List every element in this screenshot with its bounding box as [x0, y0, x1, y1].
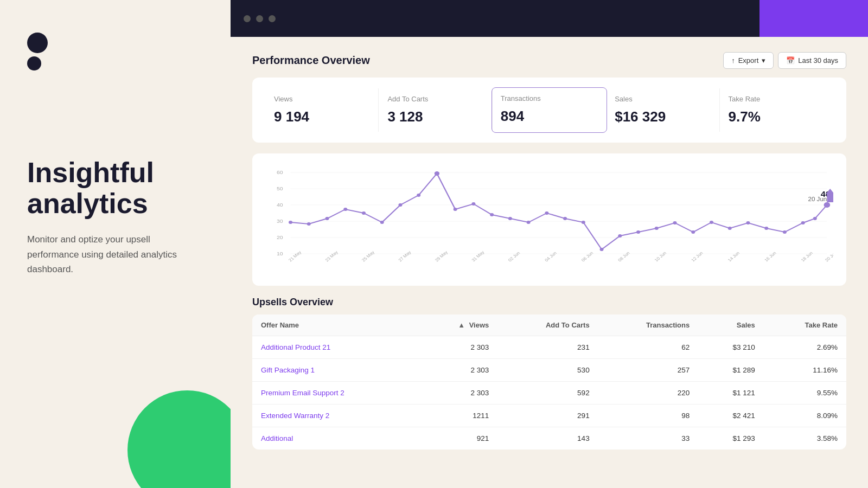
- svg-point-40: [801, 221, 805, 224]
- upsells-table: Offer Name ▲ Views Add To Carts Transact…: [252, 314, 846, 450]
- svg-text:31 May: 31 May: [471, 249, 486, 262]
- cell-offer-name[interactable]: Extended Warranty 2: [252, 404, 418, 427]
- stat-card-views: Views 9 194: [265, 88, 379, 132]
- svg-point-31: [636, 230, 640, 234]
- cell-transactions: 33: [598, 427, 699, 450]
- stats-grid: Views 9 194 Add To Carts 3 128 Transacti…: [265, 88, 833, 132]
- svg-point-17: [380, 221, 384, 224]
- svg-point-26: [545, 211, 548, 215]
- svg-point-12: [289, 221, 292, 224]
- logo-dot-small: [27, 56, 41, 70]
- col-offer-name[interactable]: Offer Name: [252, 314, 418, 336]
- cell-offer-name[interactable]: Additional Product 21: [252, 336, 418, 359]
- svg-text:06 Jun: 06 Jun: [580, 251, 594, 263]
- svg-text:04 Jun: 04 Jun: [544, 251, 558, 263]
- stat-value-add-to-carts: 3 128: [387, 108, 483, 125]
- cell-take-rate: 2.69%: [764, 336, 846, 359]
- table-header-row: Offer Name ▲ Views Add To Carts Transact…: [252, 314, 846, 336]
- svg-point-25: [527, 221, 531, 224]
- svg-point-22: [471, 202, 475, 206]
- svg-point-36: [728, 227, 732, 230]
- svg-point-20: [435, 171, 439, 176]
- table-row: Additional 921 143 33 $1 293 3.58%: [252, 427, 846, 450]
- cell-add-to-carts: 530: [497, 359, 598, 382]
- stat-label-sales: Sales: [615, 95, 710, 103]
- cell-transactions: 98: [598, 404, 699, 427]
- dashboard-content: Performance Overview ↑ Export ▾ 📅 Last 3…: [231, 37, 868, 488]
- export-button[interactable]: ↑ Export ▾: [723, 52, 774, 69]
- svg-point-19: [417, 194, 420, 197]
- window-dot-1: [244, 15, 251, 22]
- stat-value-views: 9 194: [274, 108, 369, 125]
- cell-take-rate: 11.16%: [764, 359, 846, 382]
- date-range-button[interactable]: 📅 Last 30 days: [778, 52, 846, 69]
- svg-point-37: [746, 221, 750, 224]
- cell-sales: $1 289: [698, 359, 764, 382]
- svg-point-29: [600, 248, 604, 251]
- stat-value-sales: $16 329: [615, 108, 710, 125]
- svg-point-42: [824, 202, 831, 208]
- calendar-icon: 📅: [786, 56, 795, 65]
- right-panel: Performance Overview ↑ Export ▾ 📅 Last 3…: [231, 0, 868, 488]
- export-icon: ↑: [731, 56, 735, 65]
- cell-sales: $1 121: [698, 382, 764, 404]
- cell-offer-name[interactable]: Additional: [252, 427, 418, 450]
- top-bar: [231, 0, 868, 37]
- subtext: Monitor and optize your upsell performan…: [27, 232, 190, 277]
- stat-label-transactions: Transactions: [501, 94, 598, 102]
- cell-offer-name[interactable]: Gift Packaging 1: [252, 359, 418, 382]
- cell-take-rate: 3.58%: [764, 427, 846, 450]
- svg-text:08 Jun: 08 Jun: [617, 251, 630, 263]
- svg-text:16 Jun: 16 Jun: [763, 251, 777, 263]
- export-chevron-icon: ▾: [762, 56, 765, 65]
- svg-point-21: [454, 208, 457, 211]
- table-row: Additional Product 21 2 303 231 62 $3 21…: [252, 336, 846, 359]
- svg-text:20 Jun: 20 Jun: [824, 251, 833, 263]
- col-add-to-carts[interactable]: Add To Carts: [497, 314, 598, 336]
- stat-label-add-to-carts: Add To Carts: [387, 95, 483, 103]
- table-row: Premium Email Support 2 2 303 592 220 $1…: [252, 382, 846, 404]
- svg-text:29 May: 29 May: [434, 249, 449, 262]
- stat-card-add-to-carts: Add To Carts 3 128: [379, 88, 492, 132]
- performance-title: Performance Overview: [252, 54, 370, 67]
- svg-point-35: [710, 221, 713, 224]
- svg-point-14: [326, 217, 329, 220]
- svg-text:40: 40: [277, 202, 283, 208]
- svg-point-38: [764, 227, 768, 230]
- col-transactions[interactable]: Transactions: [598, 314, 699, 336]
- stat-label-take-rate: Take Rate: [729, 95, 825, 103]
- svg-point-39: [783, 230, 787, 234]
- svg-text:27 May: 27 May: [398, 249, 413, 262]
- upsells-section: Upsells Overview Offer Name ▲ Views Add …: [252, 297, 846, 450]
- cell-add-to-carts: 143: [497, 427, 598, 450]
- sort-icon: ▲: [458, 321, 465, 329]
- cell-sales: $3 210: [698, 336, 764, 359]
- cell-take-rate: 8.09%: [764, 404, 846, 427]
- stat-value-transactions: 894: [501, 108, 598, 125]
- upsells-title: Upsells Overview: [252, 297, 846, 308]
- col-sales[interactable]: Sales: [698, 314, 764, 336]
- cell-add-to-carts: 592: [497, 382, 598, 404]
- svg-text:14 Jun: 14 Jun: [727, 251, 741, 263]
- svg-point-30: [618, 234, 622, 237]
- svg-point-41: [813, 217, 817, 220]
- cell-views: 2 303: [418, 336, 498, 359]
- performance-header: Performance Overview ↑ Export ▾ 📅 Last 3…: [252, 52, 846, 69]
- svg-text:12 Jun: 12 Jun: [690, 251, 704, 263]
- svg-point-16: [362, 211, 366, 215]
- stat-card-sales: Sales $16 329: [606, 88, 719, 132]
- svg-text:25 May: 25 May: [361, 249, 376, 262]
- cell-offer-name[interactable]: Premium Email Support 2: [252, 382, 418, 404]
- col-take-rate[interactable]: Take Rate: [764, 314, 846, 336]
- stat-card-take-rate: Take Rate 9.7%: [720, 88, 833, 132]
- cell-add-to-carts: 291: [497, 404, 598, 427]
- col-views[interactable]: ▲ Views: [418, 314, 498, 336]
- chart-container: 60 50 40 30 20 10: [252, 153, 846, 286]
- stat-value-take-rate: 9.7%: [729, 108, 825, 125]
- svg-point-24: [508, 217, 512, 220]
- upsells-table-container: Offer Name ▲ Views Add To Carts Transact…: [252, 314, 846, 450]
- cell-views: 921: [418, 427, 498, 450]
- cell-add-to-carts: 231: [497, 336, 598, 359]
- svg-point-23: [490, 213, 494, 216]
- green-circle-decoration: [127, 390, 231, 488]
